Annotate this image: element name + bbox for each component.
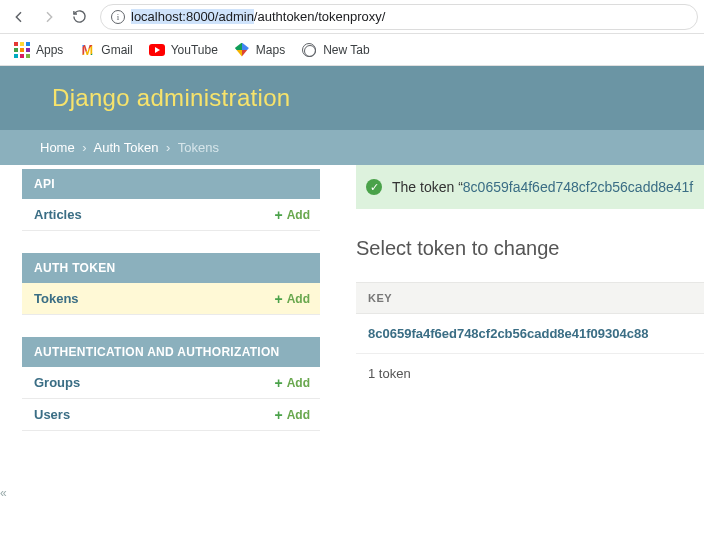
add-link[interactable]: +Add: [274, 408, 310, 422]
address-rest: /authtoken/tokenproxy/: [254, 9, 386, 24]
bookmark-apps[interactable]: Apps: [14, 42, 63, 58]
plus-icon: +: [274, 292, 282, 306]
module-caption: AUTH TOKEN: [22, 253, 320, 283]
column-header-key[interactable]: KEY: [356, 282, 704, 314]
maps-icon: [234, 42, 250, 58]
result-count: 1 token: [356, 354, 704, 393]
youtube-icon: [149, 42, 165, 58]
token-link[interactable]: 8c0659fa4f6ed748cf2cb56cadd8e41f09304c88: [368, 326, 648, 341]
bookmark-gmail[interactable]: M Gmail: [79, 42, 132, 58]
check-icon: ✓: [366, 179, 382, 195]
page-title: Select token to change: [356, 237, 704, 260]
breadcrumb: Home › Auth Token › Tokens: [0, 130, 704, 165]
sidebar-module: APIArticles+Add: [22, 169, 320, 231]
bookmark-label: YouTube: [171, 43, 218, 57]
back-button[interactable]: [6, 4, 32, 30]
breadcrumb-home[interactable]: Home: [40, 140, 75, 155]
sidebar-item: Articles+Add: [22, 199, 320, 231]
address-bar[interactable]: i localhost:8000/admin/authtoken/tokenpr…: [100, 4, 698, 30]
address-text: localhost:8000/admin/authtoken/tokenprox…: [131, 9, 385, 24]
add-label: Add: [287, 208, 310, 222]
admin-header: Django administration: [0, 66, 704, 130]
table-row: 8c0659fa4f6ed748cf2cb56cadd8e41f09304c88: [356, 314, 704, 354]
module-caption: API: [22, 169, 320, 199]
token-table: KEY 8c0659fa4f6ed748cf2cb56cadd8e41f0930…: [356, 282, 704, 393]
reload-button[interactable]: [66, 4, 92, 30]
add-link[interactable]: +Add: [274, 292, 310, 306]
address-selected: localhost:8000/admin: [131, 9, 254, 24]
content: ✓ The token “8c0659fa4f6ed748cf2cb56cadd…: [320, 165, 704, 453]
sidebar-item: Tokens+Add: [22, 283, 320, 315]
sidebar-collapse[interactable]: «: [0, 486, 7, 500]
bookmarks-bar: Apps M Gmail YouTube Maps New Tab: [0, 34, 704, 66]
module-caption: AUTHENTICATION AND AUTHORIZATION: [22, 337, 320, 367]
django-admin: Django administration Home › Auth Token …: [0, 66, 704, 536]
gmail-icon: M: [79, 42, 95, 58]
plus-icon: +: [274, 208, 282, 222]
bookmark-label: Maps: [256, 43, 285, 57]
add-link[interactable]: +Add: [274, 376, 310, 390]
add-label: Add: [287, 376, 310, 390]
add-label: Add: [287, 292, 310, 306]
sidebar-item-link[interactable]: Users: [34, 407, 70, 422]
add-label: Add: [287, 408, 310, 422]
breadcrumb-sep: ›: [166, 140, 170, 155]
browser-toolbar: i localhost:8000/admin/authtoken/tokenpr…: [0, 0, 704, 34]
sidebar-item-link[interactable]: Tokens: [34, 291, 79, 306]
breadcrumb-section[interactable]: Auth Token: [94, 140, 159, 155]
sidebar-module: AUTHENTICATION AND AUTHORIZATIONGroups+A…: [22, 337, 320, 431]
bookmark-label: Apps: [36, 43, 63, 57]
plus-icon: +: [274, 408, 282, 422]
plus-icon: +: [274, 376, 282, 390]
sidebar-item: Groups+Add: [22, 367, 320, 399]
globe-icon: [301, 42, 317, 58]
bookmark-label: Gmail: [101, 43, 132, 57]
breadcrumb-current: Tokens: [178, 140, 219, 155]
add-link[interactable]: +Add: [274, 208, 310, 222]
forward-button[interactable]: [36, 4, 62, 30]
apps-icon: [14, 42, 30, 58]
bookmark-youtube[interactable]: YouTube: [149, 42, 218, 58]
sidebar-item-link[interactable]: Groups: [34, 375, 80, 390]
sidebar-module: AUTH TOKENTokens+Add: [22, 253, 320, 315]
flash-text: The token “8c0659fa4f6ed748cf2cb56cadd8e…: [392, 179, 693, 195]
bookmark-maps[interactable]: Maps: [234, 42, 285, 58]
success-message: ✓ The token “8c0659fa4f6ed748cf2cb56cadd…: [356, 165, 704, 209]
sidebar-item: Users+Add: [22, 399, 320, 431]
site-info-icon[interactable]: i: [111, 10, 125, 24]
flash-token-link[interactable]: 8c0659fa4f6ed748cf2cb56cadd8e41f: [463, 179, 693, 195]
sidebar: APIArticles+AddAUTH TOKENTokens+AddAUTHE…: [0, 165, 320, 453]
breadcrumb-sep: ›: [82, 140, 86, 155]
bookmark-label: New Tab: [323, 43, 369, 57]
bookmark-newtab[interactable]: New Tab: [301, 42, 369, 58]
site-title: Django administration: [52, 84, 664, 112]
sidebar-item-link[interactable]: Articles: [34, 207, 82, 222]
